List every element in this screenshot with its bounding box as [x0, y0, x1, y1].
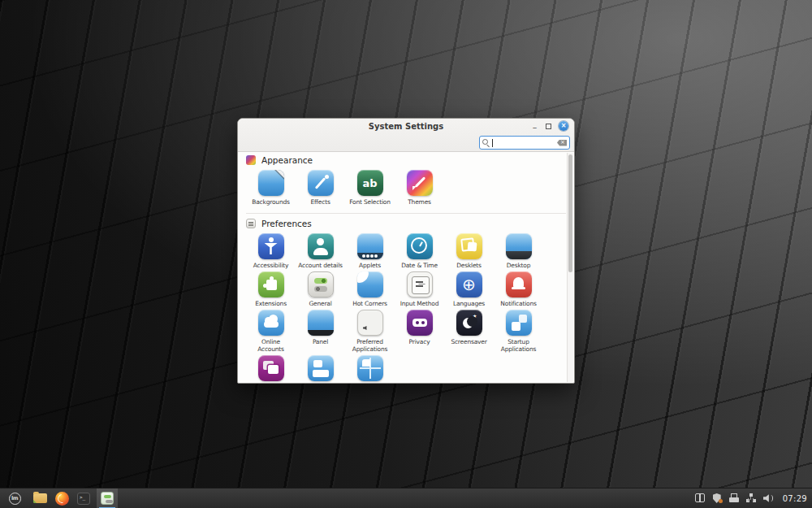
settings-item-languages[interactable]: Languages	[444, 271, 494, 307]
settings-item-themes[interactable]: Themes	[395, 170, 444, 206]
settings-item-label: Extensions	[255, 300, 287, 307]
panel-icon	[308, 310, 334, 336]
settings-item-account-details[interactable]: Account details	[296, 233, 345, 269]
effects-glyph	[308, 170, 334, 196]
settings-item-notifications[interactable]: Notifications	[494, 271, 543, 307]
applets-icon	[357, 233, 383, 259]
settings-item-label: Notifications	[500, 300, 536, 307]
settings-item-effects[interactable]: Effects	[296, 170, 345, 206]
settings-item-input-method[interactable]: Input Method	[395, 271, 444, 307]
windows-icon	[258, 355, 284, 381]
date-time-icon	[407, 233, 433, 259]
settings-item-label: Backgrounds	[252, 198, 289, 206]
settings-item-general[interactable]: General	[296, 271, 345, 307]
menu-button[interactable]: lm	[5, 488, 24, 508]
account-details-glyph	[308, 233, 334, 259]
tray-icons	[695, 493, 773, 503]
hot-corners-glyph	[357, 271, 383, 297]
workspaces-glyph	[357, 355, 383, 381]
font-selection-glyph: ab	[357, 170, 383, 196]
settings-item-label: Accessibility	[253, 262, 289, 269]
settings-item-accessibility[interactable]: Accessibility	[246, 233, 296, 269]
settings-item-label: Screensaver	[451, 338, 486, 345]
search-box[interactable]	[479, 136, 570, 150]
scrollbar[interactable]	[567, 153, 573, 382]
settings-item-windows[interactable]: Windows	[246, 355, 296, 383]
close-button[interactable]: ×	[559, 121, 568, 131]
settings-item-label: Online Accounts	[257, 338, 284, 353]
titlebar[interactable]: System Settings – ×	[238, 119, 574, 133]
terminal-launcher[interactable]	[75, 488, 93, 508]
settings-item-font-selection[interactable]: abFont Selection	[345, 170, 395, 206]
online-accounts-icon	[258, 310, 284, 336]
firefox-launcher[interactable]	[53, 488, 71, 508]
printer-icon[interactable]	[729, 493, 739, 503]
settings-item-label: Startup Applications	[501, 338, 536, 353]
desklets-glyph	[456, 233, 482, 259]
settings-item-label: Preferred Applications	[352, 338, 387, 353]
settings-item-label: Account details	[298, 262, 343, 269]
startup-applications-glyph	[506, 310, 532, 336]
preferred-applications-glyph	[358, 310, 382, 335]
settings-item-desklets[interactable]: Desklets	[444, 233, 494, 269]
settings-item-hot-corners[interactable]: Hot Corners	[345, 271, 395, 307]
themes-glyph	[407, 170, 433, 196]
maximize-button[interactable]	[546, 124, 551, 129]
input-method-icon	[407, 271, 433, 297]
files-launcher[interactable]	[31, 488, 49, 508]
privacy-icon	[407, 310, 433, 336]
effects-icon	[308, 170, 334, 196]
settings-item-online-accounts[interactable]: Online Accounts	[246, 310, 296, 353]
privacy-glyph	[407, 310, 433, 336]
screen: System Settings – × AppearanceBackground…	[0, 0, 812, 508]
font-selection-icon: ab	[357, 170, 383, 196]
system-tray: 07:29	[695, 493, 807, 503]
settings-item-applets[interactable]: Applets	[345, 233, 395, 269]
scrollbar-thumb[interactable]	[568, 154, 572, 272]
settings-item-backgrounds[interactable]: Backgrounds	[246, 170, 296, 206]
settings-item-startup-applications[interactable]: Startup Applications	[494, 310, 543, 353]
settings-item-label: Privacy	[409, 338, 430, 345]
notifications-glyph	[506, 271, 532, 297]
settings-item-panel[interactable]: Panel	[296, 310, 345, 353]
minimize-button[interactable]: –	[531, 122, 538, 131]
mint-logo-icon: lm	[9, 493, 21, 505]
launchers	[31, 488, 93, 508]
update-shield-icon[interactable]	[712, 493, 722, 503]
panel-glyph	[308, 310, 334, 336]
window-list	[97, 488, 118, 508]
settings-item-extensions[interactable]: Extensions	[246, 271, 296, 307]
network-icon[interactable]	[746, 493, 756, 503]
settings-item-window-tiling[interactable]: Window Tiling	[296, 355, 345, 383]
languages-icon	[456, 271, 482, 297]
volume-icon[interactable]	[763, 493, 773, 503]
settings-item-workspaces[interactable]: Workspaces	[345, 355, 395, 383]
section-header: Preferences	[246, 218, 566, 229]
window-tiling-icon	[308, 355, 334, 381]
accessibility-glyph	[258, 233, 284, 259]
settings-item-label: Applets	[359, 262, 381, 269]
settings-item-screensaver[interactable]: Screensaver	[444, 310, 494, 353]
workspaces-icon	[357, 355, 383, 381]
window-controls: – ×	[531, 121, 568, 131]
preferred-applications-icon	[357, 310, 383, 336]
settings-item-date-time[interactable]: Date & Time	[395, 233, 444, 269]
settings-item-label: Languages	[453, 300, 485, 307]
settings-item-label: Font Selection	[349, 198, 390, 206]
windows-glyph	[258, 355, 284, 381]
settings-item-preferred-applications[interactable]: Preferred Applications	[345, 310, 395, 353]
settings-item-privacy[interactable]: Privacy	[395, 310, 444, 353]
backgrounds-glyph	[258, 170, 284, 196]
window-title: System Settings	[369, 122, 443, 131]
clear-search-icon[interactable]	[557, 140, 567, 146]
extensions-glyph	[258, 271, 284, 297]
settings-item-label: Date & Time	[401, 262, 438, 269]
search-input[interactable]	[493, 139, 557, 147]
appearance-section-icon	[246, 155, 256, 165]
section-title: Preferences	[261, 219, 312, 228]
settings-item-desktop[interactable]: Desktop	[494, 233, 543, 269]
section-header: Appearance	[246, 154, 566, 166]
keyboard-layout-icon[interactable]	[695, 493, 705, 503]
window-button-system-settings[interactable]	[97, 488, 118, 508]
accessibility-icon	[258, 233, 284, 259]
